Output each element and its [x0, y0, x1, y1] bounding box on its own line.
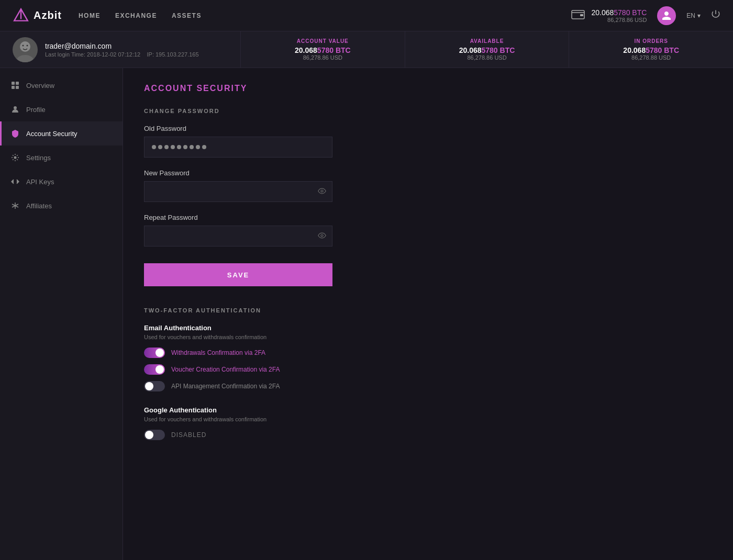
- header-wallet: 20.0685780 BTC 86,278.86 USD: [571, 8, 647, 23]
- new-password-label: New Password: [144, 169, 712, 177]
- sidebar-item-overview[interactable]: Overview: [0, 73, 123, 97]
- shield-icon: [10, 129, 20, 138]
- toggle-knob: [156, 365, 164, 374]
- main-content: ACCOUNT SECURITY CHANGE PASSWORD Old Pas…: [123, 68, 733, 560]
- logo-text: Azbit: [34, 9, 62, 21]
- sidebar-item-label-overview: Overview: [26, 82, 54, 89]
- change-password-section: CHANGE PASSWORD Old Password: [144, 108, 712, 302]
- toggle-row-voucher: Voucher Creation Confirmation via 2FA: [144, 364, 712, 375]
- toggle-knob: [156, 349, 164, 357]
- main-nav: HOME EXCHANGE ASSETS: [79, 12, 202, 19]
- toggle-row-api: API Management Confirmation via 2FA: [144, 381, 712, 391]
- header-right: 20.0685780 BTC 86,278.86 USD EN ▾: [571, 6, 720, 25]
- email-auth-title: Email Authentication: [144, 324, 712, 332]
- svg-point-7: [23, 44, 24, 46]
- repeat-password-eye-icon[interactable]: [318, 232, 326, 240]
- new-password-eye-icon[interactable]: [318, 187, 326, 196]
- sidebar: Overview Profile Account Security Settin…: [0, 68, 123, 560]
- dot: [177, 145, 181, 149]
- account-stat-orders: IN ORDERS 20.0685780 BTC 86,278.88 USD: [569, 31, 733, 68]
- account-stat-value: ACCOUNT VALUE 20.0685780 BTC 86,278.86 U…: [241, 31, 405, 68]
- account-info: trader@domain.com Last login Time: 2018-…: [0, 31, 241, 68]
- toggle-api[interactable]: [144, 381, 165, 391]
- nav-exchange[interactable]: EXCHANGE: [115, 12, 157, 19]
- save-button[interactable]: SAVE: [144, 263, 332, 286]
- account-bar: trader@domain.com Last login Time: 2018-…: [0, 31, 733, 68]
- svg-point-5: [20, 41, 30, 52]
- svg-point-14: [14, 156, 17, 159]
- toggle-knob: [145, 431, 153, 439]
- nav-home[interactable]: HOME: [79, 12, 101, 19]
- sidebar-item-label-profile: Profile: [26, 106, 46, 114]
- toggle-label-voucher: Voucher Creation Confirmation via 2FA: [171, 366, 280, 373]
- page-title: ACCOUNT SECURITY: [144, 84, 712, 93]
- account-stat-available: AVAILABLE 20.0685780 BTC 86,278.86 USD: [405, 31, 570, 68]
- sidebar-item-account-security[interactable]: Account Security: [0, 121, 123, 145]
- logo[interactable]: Azbit: [13, 7, 62, 24]
- toggle-google[interactable]: [144, 430, 165, 440]
- toggle-label-google: DISABLED: [171, 431, 206, 439]
- wallet-values: 20.0685780 BTC 86,278.86 USD: [591, 8, 647, 23]
- toggle-row-withdrawals: Withdrawals Confirmation via 2FA: [144, 348, 712, 358]
- toggle-row-google: DISABLED: [144, 430, 712, 440]
- lang-selector[interactable]: EN ▾: [686, 12, 701, 19]
- repeat-password-input[interactable]: [144, 226, 332, 247]
- repeat-password-wrapper: [144, 226, 332, 247]
- sidebar-item-label-affiliates: Affiliates: [26, 202, 52, 210]
- main-layout: Overview Profile Account Security Settin…: [0, 68, 733, 560]
- old-password-label: Old Password: [144, 125, 712, 132]
- dot: [183, 145, 187, 149]
- wallet-usd: 86,278.86 USD: [591, 17, 647, 23]
- toggle-knob: [145, 382, 153, 390]
- google-auth-title: Google Authentication: [144, 406, 712, 414]
- dot: [164, 145, 169, 149]
- code-icon: [10, 177, 20, 186]
- tfa-section-label: TWO-FACTOR AUTHENTICATION: [144, 307, 712, 313]
- svg-rect-11: [12, 86, 15, 89]
- google-auth-group: Google Authentication Used for vouchers …: [144, 406, 712, 440]
- account-meta: Last login Time: 2018-12-02 07:12:12 IP:…: [45, 51, 199, 58]
- sidebar-item-api-keys[interactable]: API Keys: [0, 170, 123, 194]
- sidebar-item-label-settings: Settings: [26, 154, 51, 162]
- svg-rect-10: [16, 82, 19, 85]
- old-password-dots[interactable]: [144, 137, 332, 158]
- sidebar-item-label-security: Account Security: [26, 130, 77, 138]
- dot: [158, 145, 162, 149]
- dot: [152, 145, 156, 149]
- old-password-group: Old Password: [144, 125, 712, 158]
- new-password-input[interactable]: [144, 181, 332, 202]
- power-button[interactable]: [711, 9, 720, 21]
- change-password-label: CHANGE PASSWORD: [144, 108, 712, 114]
- sidebar-item-settings[interactable]: Settings: [0, 145, 123, 170]
- asterisk-icon: [10, 201, 20, 210]
- google-auth-desc: Used for vouchers and withdrawals confir…: [144, 416, 712, 422]
- toggle-label-withdrawals: Withdrawals Confirmation via 2FA: [171, 349, 265, 356]
- wallet-btc: 20.0685780 BTC: [591, 8, 647, 17]
- toggle-withdrawals[interactable]: [144, 348, 165, 358]
- new-password-wrapper: [144, 181, 332, 202]
- dot: [196, 145, 200, 149]
- svg-point-13: [14, 106, 17, 109]
- new-password-group: New Password: [144, 169, 712, 202]
- nav-assets[interactable]: ASSETS: [172, 12, 202, 19]
- account-email: trader@domain.com: [45, 42, 199, 50]
- svg-rect-9: [12, 82, 15, 85]
- repeat-password-group: Repeat Password: [144, 214, 712, 247]
- grid-icon: [10, 81, 20, 90]
- dot: [171, 145, 175, 149]
- svg-rect-12: [16, 86, 19, 89]
- old-password-wrapper: [144, 137, 332, 158]
- toggle-voucher[interactable]: [144, 364, 165, 375]
- wallet-icon: [571, 9, 585, 23]
- header-left: Azbit HOME EXCHANGE ASSETS: [13, 7, 202, 24]
- dot: [190, 145, 194, 149]
- repeat-password-label: Repeat Password: [144, 214, 712, 221]
- user-avatar[interactable]: [657, 6, 676, 25]
- svg-point-8: [27, 44, 28, 46]
- sidebar-item-affiliates[interactable]: Affiliates: [0, 194, 123, 218]
- svg-rect-3: [580, 14, 583, 16]
- toggle-label-api: API Management Confirmation via 2FA: [171, 383, 280, 390]
- email-auth-desc: Used for vouchers and withdrawals confir…: [144, 334, 712, 340]
- header: Azbit HOME EXCHANGE ASSETS 20.0685780 BT…: [0, 0, 733, 31]
- sidebar-item-profile[interactable]: Profile: [0, 97, 123, 121]
